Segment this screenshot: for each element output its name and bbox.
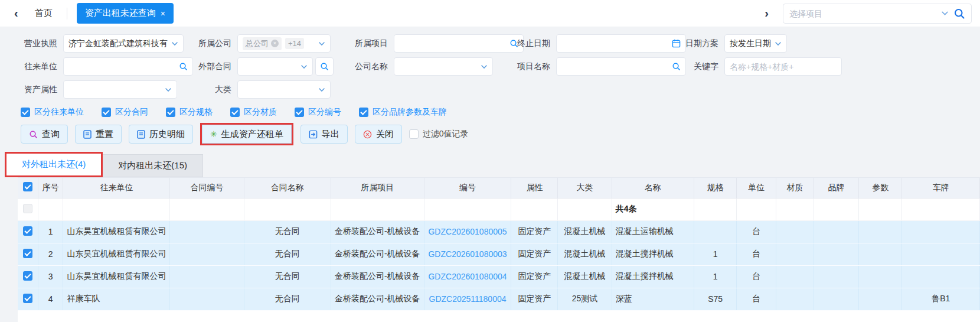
checkbox-checked-icon[interactable]	[21, 108, 30, 117]
counterparty-input-field[interactable]	[68, 62, 175, 71]
table-row[interactable]: 3山东昊宜机械租赁有限公司无合同金桥装配公司-机械设备GDZC202601080…	[18, 265, 980, 288]
filter-zero-option[interactable]: 过滤0值记录	[409, 129, 469, 139]
summary-count: 共4条	[612, 198, 694, 220]
tab-home[interactable]: 首页	[24, 8, 63, 19]
asset-attribute-select[interactable]	[63, 80, 177, 99]
cell-code[interactable]: GDZC202601080005	[424, 220, 511, 243]
row-checkbox[interactable]	[18, 288, 38, 310]
company-name-select[interactable]	[394, 57, 493, 76]
search-icon[interactable]	[953, 8, 965, 19]
cell-contract_no	[170, 288, 244, 310]
query-button[interactable]: 查询	[21, 125, 68, 144]
remove-tag-icon[interactable]: ×	[271, 40, 279, 47]
history-detail-button[interactable]: 历史明细	[129, 125, 193, 144]
row-checkbox[interactable]	[18, 243, 38, 265]
close-circle-icon	[363, 130, 372, 139]
generate-return-order-button[interactable]: ✳ 生成资产还租单	[202, 125, 292, 144]
field-label: 公司名称	[351, 61, 388, 72]
close-tab-icon[interactable]: ×	[161, 9, 165, 18]
option-distinguish-code[interactable]: 区分编号	[295, 107, 341, 118]
counterparty-input[interactable]	[63, 57, 193, 76]
project-select-input[interactable]	[789, 9, 941, 18]
checkbox-checked-icon[interactable]	[23, 182, 32, 191]
external-contract-search-button[interactable]	[315, 57, 334, 76]
filter-asset-attribute: 资产属性	[21, 80, 177, 99]
cell-unit: 台	[737, 288, 776, 310]
option-distinguish-material[interactable]: 区分材质	[230, 107, 277, 118]
row-checkbox[interactable]	[18, 265, 38, 288]
close-button[interactable]: 关闭	[355, 125, 402, 144]
cell-spec: S75	[694, 288, 737, 310]
option-distinguish-contract[interactable]: 区分合同	[102, 107, 148, 118]
empty-cell	[331, 198, 424, 220]
project-name-input-field[interactable]	[561, 62, 668, 71]
cell-category: 混凝土机械	[558, 220, 612, 243]
checkbox-checked-icon[interactable]	[230, 108, 240, 117]
cell-params	[858, 243, 902, 265]
option-distinguish-brand-plate[interactable]: 区分品牌参数及车牌	[359, 107, 447, 118]
filter-business-license: 营业执照 济宁金虹装配式建筑科技有	[21, 34, 177, 53]
checkbox-checked-icon[interactable]	[23, 294, 32, 303]
cell-name: 混凝土搅拌机械	[612, 265, 694, 288]
forward-arrow-icon[interactable]: ›	[759, 6, 775, 20]
cell-contract_no	[170, 265, 244, 288]
checkbox-checked-icon[interactable]	[23, 249, 32, 258]
tab-external-rentals[interactable]: 对外租出未还(4)	[6, 154, 101, 175]
cell-spec: 1	[694, 243, 737, 265]
checkbox-checked-icon[interactable]	[23, 271, 32, 281]
chevron-down-icon	[165, 86, 172, 93]
search-icon[interactable]	[672, 62, 681, 71]
export-button[interactable]: 导出	[300, 125, 348, 144]
reset-button[interactable]: 重置	[75, 125, 122, 144]
checkbox-unchecked-icon[interactable]	[409, 129, 419, 139]
tab-asset-rental-query[interactable]: 资产出租未还查询 ×	[77, 3, 174, 24]
search-icon	[29, 130, 38, 139]
cell-counterparty: 祥康车队	[63, 288, 170, 310]
cell-contract_name: 无合同	[244, 288, 331, 310]
result-tab-bar: 对外租出未还(4) 对内租出未还(15)	[0, 152, 980, 177]
cell-brand	[814, 243, 858, 265]
column-header: 所属项目	[331, 178, 424, 198]
checkbox-checked-icon[interactable]	[166, 108, 175, 117]
project-input[interactable]	[394, 34, 524, 53]
cell-plate	[902, 243, 980, 265]
end-date-input[interactable]	[556, 34, 686, 53]
cell-project: 金桥装配公司-机械设备	[331, 265, 424, 288]
cell-plate	[902, 220, 980, 243]
row-checkbox[interactable]	[18, 220, 38, 243]
cell-code[interactable]: GDZC202511180004	[424, 288, 511, 310]
project-input-field[interactable]	[399, 39, 506, 48]
cell-code[interactable]: GDZC202601080003	[424, 243, 511, 265]
select-all-checkbox[interactable]	[18, 178, 38, 198]
option-distinguish-spec[interactable]: 区分规格	[166, 107, 213, 118]
calendar-icon[interactable]	[672, 39, 681, 48]
option-distinguish-counterparty[interactable]: 区分往来单位	[21, 107, 84, 118]
project-select[interactable]	[783, 4, 972, 24]
checkbox-checked-icon[interactable]	[102, 108, 111, 117]
cell-name: 深蓝	[612, 288, 694, 310]
business-license-select[interactable]: 济宁金虹装配式建筑科技有	[63, 34, 184, 53]
back-arrow-icon[interactable]: ‹	[8, 6, 24, 20]
checkbox-disabled-icon	[23, 204, 32, 213]
keyword-input[interactable]	[724, 57, 842, 76]
table-row[interactable]: 2山东昊宜机械租赁有限公司无合同金桥装配公司-机械设备GDZC202601080…	[18, 243, 980, 265]
search-icon[interactable]	[179, 62, 188, 71]
table-row[interactable]: 1山东昊宜机械租赁有限公司无合同金桥装配公司-机械设备GDZC202601080…	[18, 220, 980, 243]
project-name-input[interactable]	[556, 57, 686, 76]
keyword-input-field[interactable]	[730, 62, 837, 71]
company-multiselect[interactable]: 总公司× +14	[237, 34, 331, 53]
cell-code[interactable]: GDZC202601080004	[424, 265, 511, 288]
checkbox-checked-icon[interactable]	[295, 108, 304, 117]
external-contract-select[interactable]	[237, 57, 313, 76]
end-date-input-field[interactable]	[561, 39, 668, 48]
checkbox-checked-icon[interactable]	[359, 108, 368, 117]
checkbox-checked-icon[interactable]	[23, 226, 32, 236]
cell-project: 金桥装配公司-机械设备	[331, 288, 424, 310]
empty-cell	[858, 198, 902, 220]
table-row[interactable]: 4祥康车队无合同金桥装配公司-机械设备GDZC202511180004固定资产2…	[18, 288, 980, 310]
filter-keyword: 关键字	[682, 57, 790, 76]
major-category-select[interactable]	[237, 80, 331, 99]
date-plan-select[interactable]: 按发生日期	[724, 34, 787, 53]
tab-internal-rentals[interactable]: 对内租出未还(15)	[103, 154, 203, 177]
filter-company-name: 公司名称	[351, 57, 493, 76]
